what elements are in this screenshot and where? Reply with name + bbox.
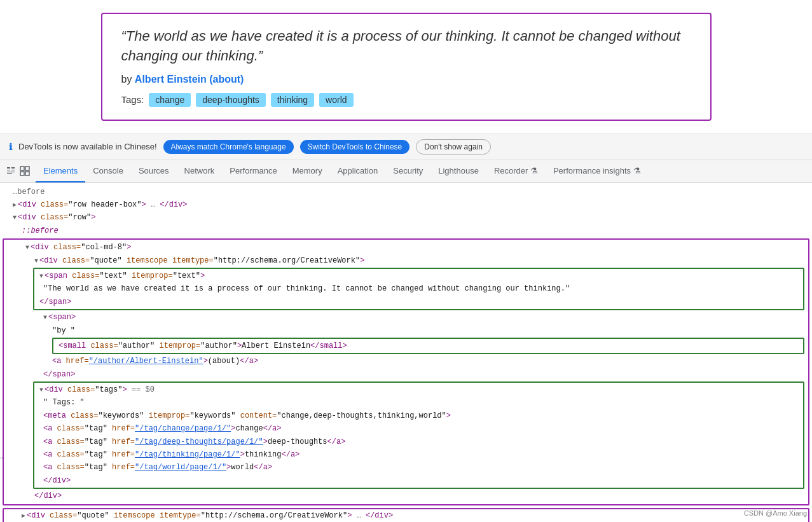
dom-line-tags-text[interactable]: " Tags: " [34, 396, 803, 409]
dom-line-span-close2[interactable]: </span> [4, 368, 808, 381]
svg-rect-11 [25, 172, 29, 175]
dom-line-pseudo-before[interactable]: ::before [0, 224, 812, 237]
svg-rect-3 [11, 167, 15, 168]
dom-line-tags-div[interactable]: <div class="tags"> == $0 [34, 383, 803, 396]
quote-author: by Albert Einstein (about) [121, 74, 691, 85]
author-link[interactable]: Albert Einstein [135, 74, 207, 85]
tab-memory[interactable]: Memory [285, 160, 330, 182]
tab-performance[interactable]: Performance [222, 160, 284, 182]
purple-highlight-box: <div class="col-md-8"> <div class="quote… [3, 238, 809, 505]
dom-panel: …before <div class="row header-box"> … <… [0, 183, 812, 522]
dom-line-tag-deep-thoughts[interactable]: <a class="tag" href="/tag/deep-thoughts/… [34, 436, 803, 448]
svg-rect-2 [7, 170, 10, 170]
green-highlight-text-span: <span class="text" itemprop="text"> "The… [33, 268, 804, 310]
dom-line-quote[interactable]: <div class="quote" itemscope itemtype="h… [4, 254, 808, 267]
dom-line-span-close[interactable]: </span> [34, 296, 803, 308]
dom-line-small-author[interactable]: <small class="author" itemprop="author">… [53, 340, 803, 352]
about-link[interactable]: (about) [209, 74, 244, 85]
bottom-purple-box: <div class="quote" itemscope itemtype="h… [3, 508, 809, 522]
dom-line-span-text[interactable]: <span class="text" itemprop="text"> [34, 270, 803, 282]
tag-change[interactable]: change [149, 93, 191, 107]
green-highlight-tags-div: <div class="tags"> == $0 " Tags: " <meta… [33, 381, 804, 489]
always-match-btn[interactable]: Always match Chrome's language [163, 140, 294, 154]
devtools-tabs: Elements Console Sources Network Perform… [0, 160, 812, 183]
dom-line-meta-keywords[interactable]: <meta class="keywords" itemprop="keyword… [34, 409, 803, 422]
dom-line-tags-close[interactable]: </div> [34, 474, 803, 487]
svg-rect-6 [7, 172, 15, 172]
dom-line-row-header-box[interactable]: <div class="row header-box"> … </div> [0, 198, 812, 211]
dom-line-before-ellipsis[interactable]: …before [0, 186, 812, 198]
devtools-icon-group [5, 165, 31, 177]
tab-security[interactable]: Security [385, 160, 430, 182]
cursor-icon[interactable] [5, 165, 17, 177]
dom-line-col-md-8[interactable]: <div class="col-md-8"> [4, 241, 808, 254]
dom-line-about-link[interactable]: <a href="/author/Albert-Einstein">(about… [4, 355, 808, 367]
svg-rect-10 [20, 172, 24, 175]
notify-text: DevTools is now available in Chinese! [18, 142, 157, 151]
side-dots: … [0, 450, 4, 463]
tab-sources[interactable]: Sources [131, 160, 177, 182]
svg-rect-9 [25, 167, 29, 170]
tag-thinking[interactable]: thinking [271, 93, 314, 107]
svg-rect-1 [7, 168, 10, 169]
inspect-icon[interactable] [19, 165, 31, 177]
dom-line-quote2[interactable]: <div class="quote" itemscope itemtype="h… [4, 509, 808, 522]
dom-line-by-text[interactable]: "by " [4, 324, 808, 337]
tab-network[interactable]: Network [177, 160, 223, 182]
tab-performance-insights[interactable]: Performance insights ⚗ [546, 160, 649, 182]
tag-deep-thoughts[interactable]: deep-thoughts [196, 93, 266, 107]
svg-rect-7 [7, 173, 12, 174]
tab-application[interactable]: Application [330, 160, 386, 182]
dont-show-btn[interactable]: Don't show again [416, 139, 491, 155]
switch-devtools-btn[interactable]: Switch DevTools to Chinese [300, 140, 410, 154]
devtools-notify-bar: ℹ DevTools is now available in Chinese! … [0, 134, 812, 160]
green-highlight-author-small: <small class="author" itemprop="author">… [52, 338, 804, 354]
quote-text: “The world as we have created it is a pr… [121, 27, 691, 66]
quote-tags: Tags: change deep-thoughts thinking worl… [121, 93, 691, 107]
info-icon: ℹ [9, 142, 12, 152]
by-label: by [121, 74, 132, 85]
quote-section: “The world as we have created it is a pr… [0, 0, 812, 134]
svg-rect-0 [7, 167, 10, 168]
svg-rect-8 [20, 167, 24, 170]
tab-lighthouse[interactable]: Lighthouse [430, 160, 486, 182]
dom-line-tag-change[interactable]: <a class="tag" href="/tag/change/page/1/… [34, 422, 803, 435]
dom-line-span-author-open[interactable]: <span> [4, 311, 808, 324]
tags-label: Tags: [121, 94, 144, 105]
tab-console[interactable]: Console [85, 160, 131, 182]
svg-rect-4 [11, 168, 15, 169]
tab-recorder[interactable]: Recorder ⚗ [486, 160, 546, 182]
tab-elements[interactable]: Elements [36, 160, 85, 182]
quote-box: “The world as we have created it is a pr… [101, 13, 712, 121]
dom-line-quote-text-content[interactable]: "The world as we have created it is a pr… [34, 282, 803, 295]
dom-line-tag-thinking[interactable]: <a class="tag" href="/tag/thinking/page/… [34, 448, 803, 461]
watermark: CSDN @Amo Xiang [744, 509, 807, 517]
tag-world[interactable]: world [319, 93, 353, 107]
dom-line-tag-world[interactable]: <a class="tag" href="/tag/world/page/1/"… [34, 461, 803, 474]
svg-rect-5 [11, 170, 15, 170]
dom-line-row[interactable]: <div class="row"> [0, 211, 812, 224]
dom-line-quote-close[interactable]: </div> [4, 490, 808, 502]
